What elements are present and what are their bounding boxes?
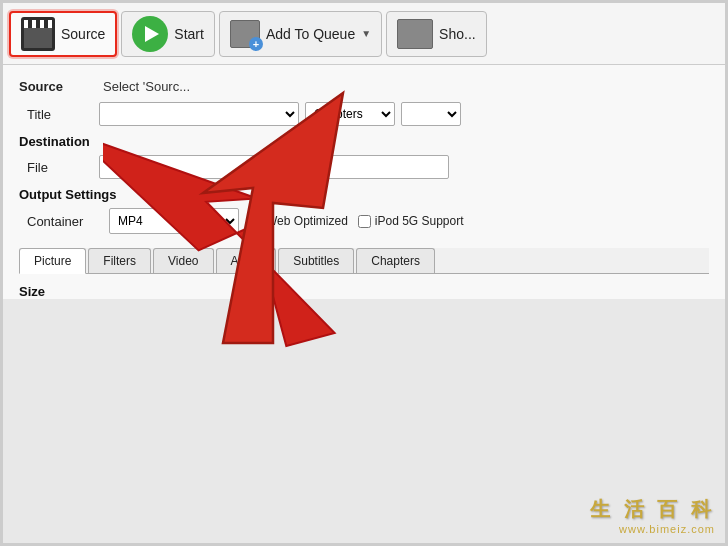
tab-picture[interactable]: Picture bbox=[19, 248, 86, 274]
file-input[interactable] bbox=[99, 155, 449, 179]
play-icon bbox=[132, 16, 168, 52]
app-window: Source Start Add To Queue ▼ Sho... Sourc… bbox=[0, 0, 728, 546]
tab-filters[interactable]: Filters bbox=[88, 248, 151, 273]
clapperboard-graphic bbox=[24, 20, 52, 48]
ipod-support-label[interactable]: iPod 5G Support bbox=[358, 214, 464, 228]
watermark-url: www.bimeiz.com bbox=[619, 523, 715, 535]
size-label: Size bbox=[19, 284, 709, 299]
watermark: 生 活 百 科 www.bimeiz.com bbox=[590, 496, 715, 535]
title-controls: Chapters bbox=[99, 102, 461, 126]
title-select[interactable] bbox=[99, 102, 299, 126]
ipod-checkbox[interactable] bbox=[358, 215, 371, 228]
destination-section-title: Destination bbox=[19, 134, 709, 149]
dropdown-arrow-icon: ▼ bbox=[361, 28, 371, 39]
show-icon bbox=[397, 19, 433, 49]
toolbar: Source Start Add To Queue ▼ Sho... bbox=[3, 3, 725, 65]
file-label: File bbox=[19, 160, 99, 175]
web-optimized-label[interactable]: Web Optimized bbox=[249, 214, 348, 228]
chapter-range-start[interactable] bbox=[401, 102, 461, 126]
container-row: Container MP4 Web Optimized iPod 5G Supp… bbox=[19, 208, 709, 234]
tab-subtitles[interactable]: Subtitles bbox=[278, 248, 354, 273]
tabs-bar: Picture Filters Video Audio Subtitles Ch… bbox=[19, 248, 709, 274]
clapperboard-icon bbox=[21, 17, 55, 51]
file-row: File bbox=[19, 155, 709, 179]
add-queue-icon bbox=[230, 20, 260, 48]
web-optimized-checkbox[interactable] bbox=[249, 215, 262, 228]
chapters-select[interactable]: Chapters bbox=[305, 102, 395, 126]
start-label: Start bbox=[174, 26, 204, 42]
show-button[interactable]: Sho... bbox=[386, 11, 487, 57]
source-hint: Select 'Sourc... bbox=[103, 79, 190, 94]
play-triangle bbox=[145, 26, 159, 42]
source-row: Source Select 'Sourc... bbox=[19, 79, 709, 94]
title-row: Title Chapters bbox=[19, 102, 709, 126]
tab-audio[interactable]: Audio bbox=[216, 248, 277, 273]
main-content: Source Select 'Sourc... Title Chapters D… bbox=[3, 65, 725, 299]
add-to-queue-label: Add To Queue bbox=[266, 26, 355, 42]
source-button[interactable]: Source bbox=[9, 11, 117, 57]
tab-chapters[interactable]: Chapters bbox=[356, 248, 435, 273]
tab-video[interactable]: Video bbox=[153, 248, 213, 273]
start-button[interactable]: Start bbox=[121, 11, 215, 57]
show-label: Sho... bbox=[439, 26, 476, 42]
source-field-label: Source bbox=[19, 79, 99, 94]
output-settings-title: Output Settings bbox=[19, 187, 709, 202]
container-select[interactable]: MP4 bbox=[109, 208, 239, 234]
container-label: Container bbox=[19, 214, 99, 229]
add-to-queue-button[interactable]: Add To Queue ▼ bbox=[219, 11, 382, 57]
source-label: Source bbox=[61, 26, 105, 42]
watermark-chinese: 生 活 百 科 bbox=[590, 496, 715, 523]
title-label: Title bbox=[19, 107, 99, 122]
